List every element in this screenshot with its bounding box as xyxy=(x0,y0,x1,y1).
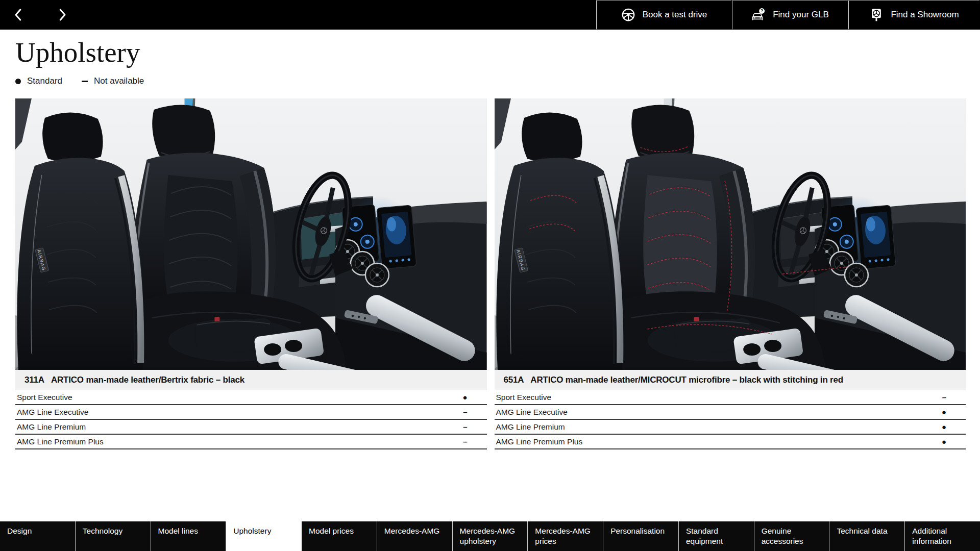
interior-photo-651a: AIRBAG xyxy=(495,98,966,370)
table-row: AMG Line Premium – xyxy=(15,420,487,435)
availability-value: ● xyxy=(942,437,966,446)
availability-value: ● xyxy=(942,422,966,431)
availability-value: – xyxy=(942,393,966,402)
availability-value: – xyxy=(463,437,486,446)
chevron-right-icon xyxy=(55,7,70,22)
line-label: AMG Line Executive xyxy=(495,408,568,417)
table-row: AMG Line Premium Plus ● xyxy=(495,435,966,449)
tab-personalisation[interactable]: Personalisation xyxy=(603,521,679,551)
upholstery-code: 311A xyxy=(24,375,44,385)
find-showroom-label: Find a Showroom xyxy=(891,10,959,20)
table-row: AMG Line Premium ● xyxy=(495,420,966,435)
upholstery-code: 651A xyxy=(504,375,524,385)
table-row: AMG Line Premium Plus – xyxy=(15,435,487,449)
tab-model-prices[interactable]: Model prices xyxy=(302,521,377,551)
svg-text:?: ? xyxy=(761,8,763,13)
tab-design[interactable]: Design xyxy=(0,521,76,551)
tab-technical-data[interactable]: Technical data xyxy=(829,521,905,551)
page-body: Upholstery Standard Not available xyxy=(0,36,980,449)
upholstery-cards: AIRBAG 311A ARTICO man-made leather/Bert… xyxy=(15,98,966,449)
tab-technology[interactable]: Technology xyxy=(76,521,151,551)
line-label: Sport Executive xyxy=(495,393,552,402)
table-row: Sport Executive – xyxy=(495,390,966,405)
car-question-icon: ? xyxy=(751,7,766,22)
upholstery-name: ARTICO man-made leather/MICROCUT microfi… xyxy=(530,375,843,385)
tab-upholstery[interactable]: Upholstery xyxy=(226,521,302,551)
legend-not-available-label: Not available xyxy=(94,76,144,86)
upholstery-card-651a: AIRBAG 651A xyxy=(495,98,966,449)
chevron-left-icon xyxy=(11,7,26,22)
line-label: AMG Line Premium xyxy=(495,422,565,432)
steering-wheel-icon xyxy=(621,7,636,22)
glb-configurator-page: Book a test drive ? Find your GLB Find a… xyxy=(0,0,980,551)
tab-mercedes-amg[interactable]: Mercedes-AMG xyxy=(377,521,453,551)
tab-mercedes-amg-prices[interactable]: Mercedes-AMG prices xyxy=(528,521,603,551)
legend-standard: Standard xyxy=(15,76,62,86)
tab-genuine-accessories[interactable]: Genuine accessories xyxy=(754,521,830,551)
line-label: AMG Line Premium Plus xyxy=(15,437,104,446)
legend-not-available: Not available xyxy=(82,76,144,86)
line-label: AMG Line Premium xyxy=(15,422,86,432)
table-row: Sport Executive ● xyxy=(15,390,487,405)
find-your-glb-button[interactable]: ? Find your GLB xyxy=(732,0,848,30)
book-test-drive-button[interactable]: Book a test drive xyxy=(596,0,732,30)
topbar-spacer xyxy=(72,0,596,30)
book-test-drive-label: Book a test drive xyxy=(643,10,707,20)
availability-table-651a: Sport Executive – AMG Line Executive ● A… xyxy=(495,390,966,449)
tab-model-lines[interactable]: Model lines xyxy=(151,521,227,551)
page-title: Upholstery xyxy=(15,36,966,69)
tab-mercedes-amg-upholstery[interactable]: Mercedes-AMG upholstery xyxy=(453,521,528,551)
availability-value: ● xyxy=(462,393,486,402)
availability-value: – xyxy=(463,408,486,416)
previous-page-button[interactable] xyxy=(8,5,29,25)
find-showroom-button[interactable]: Find a Showroom xyxy=(848,0,980,30)
table-row: AMG Line Executive ● xyxy=(495,405,966,420)
not-available-dash-icon xyxy=(82,81,88,82)
showroom-sign-icon xyxy=(869,7,884,22)
availability-value: – xyxy=(463,422,486,431)
table-row: AMG Line Executive – xyxy=(15,405,487,420)
availability-table-311a: Sport Executive ● AMG Line Executive – A… xyxy=(15,390,487,449)
page-nav-arrows xyxy=(0,0,72,30)
next-page-button[interactable] xyxy=(52,5,72,25)
standard-dot-icon xyxy=(15,79,21,84)
top-bar: Book a test drive ? Find your GLB Find a… xyxy=(0,0,980,30)
line-label: AMG Line Premium Plus xyxy=(495,437,583,446)
availability-legend: Standard Not available xyxy=(15,76,966,86)
upholstery-name: ARTICO man-made leather/Bertrix fabric –… xyxy=(51,375,244,385)
legend-standard-label: Standard xyxy=(27,76,62,86)
availability-value: ● xyxy=(942,408,966,416)
line-label: Sport Executive xyxy=(15,393,72,402)
interior-photo-311a: AIRBAG xyxy=(15,98,487,370)
upholstery-caption-311a: 311A ARTICO man-made leather/Bertrix fab… xyxy=(15,370,487,390)
find-your-glb-label: Find your GLB xyxy=(773,10,829,20)
section-tab-bar: DesignTechnologyModel linesUpholsteryMod… xyxy=(0,521,980,551)
tab-additional-information[interactable]: Additional information xyxy=(905,521,980,551)
upholstery-caption-651a: 651A ARTICO man-made leather/MICROCUT mi… xyxy=(495,370,966,390)
line-label: AMG Line Executive xyxy=(15,408,88,417)
upholstery-card-311a: AIRBAG 311A ARTICO man-made leather/Bert… xyxy=(15,98,487,449)
tab-standard-equipment[interactable]: Standard equipment xyxy=(679,521,754,551)
